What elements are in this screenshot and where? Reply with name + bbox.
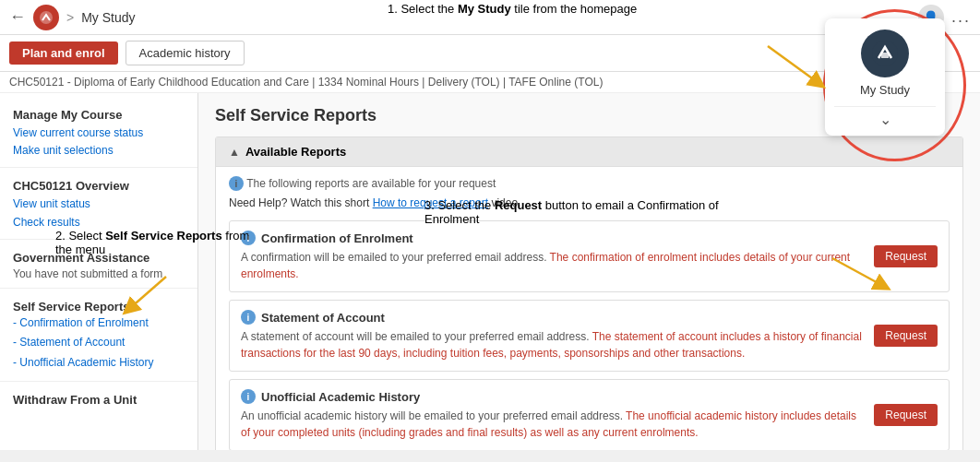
academic-history-button[interactable]: Academic history [125,41,245,65]
available-reports-header[interactable]: ▲ Available Reports [216,137,962,167]
sidebar-govt-note: You have not submitted a form [13,267,185,280]
report-info-statement: i Statement of Account A statement of ac… [241,310,874,361]
info-icon-academic: i [241,389,256,404]
info-icon-statement: i [241,310,256,325]
annotation-1: 1. Select the My Study tile from the hom… [388,2,637,16]
report-item-academic: i Unofficial Academic History An unoffic… [229,379,950,450]
svg-rect-2 [881,53,889,58]
report-item-confirmation: i Confirmation of Enrolment A confirmati… [229,220,950,292]
help-row: Need Help? Watch this short How to reque… [229,196,950,209]
logo [33,5,59,30]
sidebar-self-service-section: Self Service Reports - Confirmation of E… [0,294,197,375]
report-desc-academic: An unofficial academic history will be e… [241,408,865,441]
sidebar-govt-section: Government Assistance You have not submi… [0,245,197,282]
info-icon-confirmation: i [241,231,256,245]
main-layout: Manage My Course View current course sta… [0,93,980,450]
my-study-label: My Study [860,83,910,97]
plan-enrol-button[interactable]: Plan and enrol [9,41,118,65]
chevron-up-icon: ▲ [229,146,240,159]
reports-section: ▲ Available Reports i The following repo… [215,136,963,450]
back-button[interactable]: ← [9,7,26,27]
available-reports-label: Available Reports [245,145,346,159]
info-text: The following reports are available for … [246,177,496,190]
help-text2: video. [491,196,520,209]
report-title-academic: i Unofficial Academic History [241,389,865,404]
sidebar-manage-section: Manage My Course View current course sta… [0,102,197,161]
sidebar-withdraw-section: Withdraw From a Unit [0,387,197,411]
sidebar-link-confirmation[interactable]: - Confirmation of Enrolment [13,314,185,334]
my-study-divider [834,106,936,107]
sidebar-withdraw-title: Withdraw From a Unit [13,393,185,407]
sidebar-check-results[interactable]: Check results [13,214,185,231]
ann1-text: 1. Select the [388,2,458,16]
request-button-statement[interactable]: Request [874,325,938,347]
help-text: Need Help? Watch this short [229,196,369,209]
report-title-statement: i Statement of Account [241,310,865,325]
sidebar-overview-section: CHC50121 Overview View unit status Check… [0,173,197,232]
info-row: i The following reports are available fo… [229,176,950,191]
report-info-academic: i Unofficial Academic History An unoffic… [241,389,874,441]
sidebar-view-status[interactable]: View current course status [13,124,185,142]
report-info-confirmation: i Confirmation of Enrolment A confirmati… [241,231,874,282]
ann1-rest: tile from the homepage [511,2,638,16]
page-title: My Study [81,10,135,25]
breadcrumb-separator: > [66,10,74,25]
sidebar-manage-title: Manage My Course [13,108,185,122]
help-link[interactable]: How to request a report [373,196,488,209]
my-study-icon [861,30,909,77]
svg-point-0 [40,11,53,24]
sidebar: Manage My Course View current course sta… [0,93,198,450]
content-area: Self Service Reports ▲ Available Reports… [198,93,980,450]
sidebar-self-service-title: Self Service Reports [13,300,185,314]
more-menu-button[interactable]: ... [951,7,971,27]
sidebar-overview-title: CHC50121 Overview [13,179,185,193]
sidebar-make-selections[interactable]: Make unit selections [13,142,185,160]
ann1-bold: My Study [458,2,511,16]
report-desc-statement: A statement of account will be emailed t… [241,328,865,361]
chevron-down-icon: ⌄ [879,111,891,128]
sidebar-view-unit-status[interactable]: View unit status [13,195,185,213]
request-button-confirmation[interactable]: Request [874,245,938,267]
reports-body: i The following reports are available fo… [216,167,962,450]
sidebar-govt-title: Government Assistance [13,251,185,265]
report-item-statement: i Statement of Account A statement of ac… [229,300,950,372]
my-study-tile[interactable]: My Study ⌄ [825,18,945,136]
info-icon: i [229,176,244,191]
sidebar-link-statement[interactable]: - Statement of Account [13,333,185,353]
request-button-academic[interactable]: Request [874,404,938,426]
report-desc-confirmation: A confirmation will be emailed to your p… [241,249,865,282]
sidebar-link-academic[interactable]: - Unofficial Academic History [13,353,185,373]
report-title-confirmation: i Confirmation of Enrolment [241,231,865,245]
